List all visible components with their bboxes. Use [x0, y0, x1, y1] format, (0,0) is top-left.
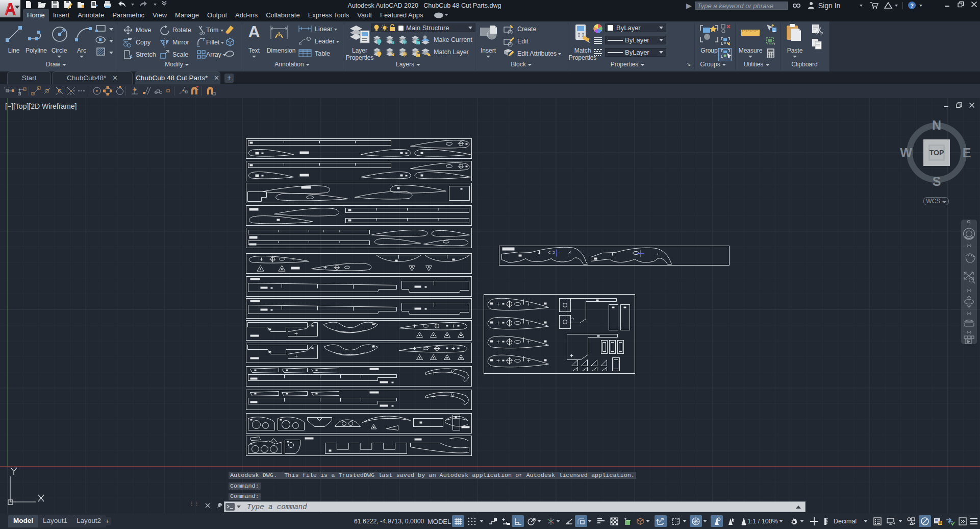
svg-text:TOP: TOP [929, 149, 944, 157]
svg-text:W: W [900, 146, 912, 160]
svg-text:S: S [933, 174, 941, 188]
svg-text:E: E [963, 146, 971, 160]
svg-text:A: A [248, 23, 260, 41]
svg-text:?: ? [911, 3, 914, 9]
svg-text:N: N [932, 118, 941, 132]
